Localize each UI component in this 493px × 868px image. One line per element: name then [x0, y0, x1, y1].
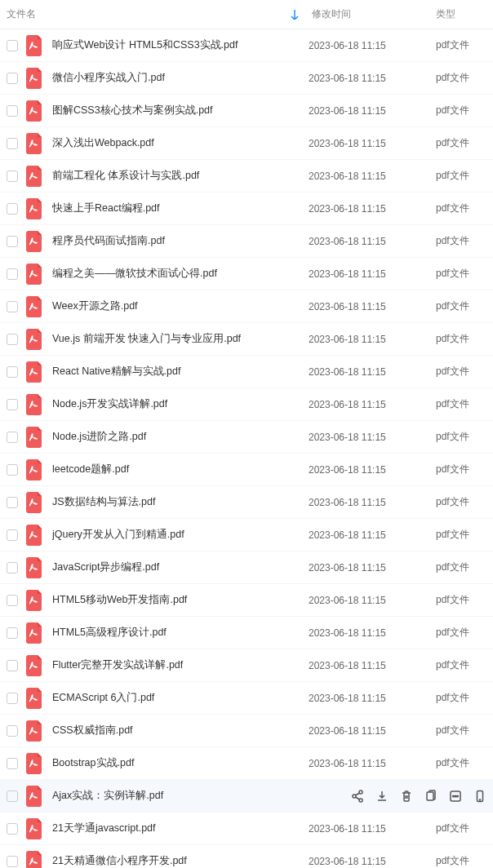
row-checkbox[interactable]	[7, 660, 18, 671]
table-row[interactable]: leetcode题解.pdf 2023-06-18 11:15pdf文件	[0, 454, 493, 486]
table-row[interactable]: 响应式Web设计 HTML5和CSS3实战.pdf 2023-06-18 11:…	[0, 29, 493, 62]
column-name-label: 文件名	[7, 7, 36, 21]
table-row[interactable]: 前端工程化 体系设计与实践.pdf 2023-06-18 11:15pdf文件	[0, 160, 493, 193]
row-checkbox[interactable]	[7, 40, 18, 51]
table-row[interactable]: Vue.js 前端开发 快速入门与专业应用.pdf 2023-06-18 11:…	[0, 323, 493, 356]
file-name[interactable]: 图解CSS3核心技术与案例实战.pdf	[52, 104, 309, 117]
phone-icon[interactable]	[473, 790, 486, 803]
row-checkbox[interactable]	[7, 529, 18, 541]
table-row[interactable]: 21天精通微信小程序开发.pdf 2023-06-18 11:15pdf文件	[0, 845, 493, 868]
file-date: 2023-06-18 11:15	[309, 301, 436, 312]
file-type: pdf文件	[436, 136, 493, 150]
file-type: pdf文件	[436, 495, 493, 509]
table-row[interactable]: JS数据结构与算法.pdf 2023-06-18 11:15pdf文件	[0, 486, 493, 519]
row-checkbox[interactable]	[7, 790, 18, 802]
row-checkbox[interactable]	[7, 268, 18, 280]
file-name[interactable]: 21天学通javascript.pdf	[52, 822, 309, 835]
column-header-date[interactable]: 修改时间	[309, 7, 436, 21]
pdf-file-icon	[26, 786, 44, 807]
row-checkbox[interactable]	[7, 73, 18, 84]
row-checkbox[interactable]	[7, 236, 18, 247]
file-date: 2023-06-18 11:15	[309, 138, 436, 149]
file-name[interactable]: Flutter完整开发实战详解.pdf	[52, 658, 309, 672]
table-row[interactable]: 快速上手React编程.pdf 2023-06-18 11:15pdf文件	[0, 193, 493, 225]
file-name[interactable]: ECMAScript 6入门.pdf	[52, 691, 309, 705]
file-name[interactable]: 响应式Web设计 HTML5和CSS3实战.pdf	[52, 38, 309, 52]
row-checkbox[interactable]	[7, 725, 18, 737]
file-name[interactable]: 前端工程化 体系设计与实践.pdf	[52, 169, 309, 183]
file-name[interactable]: HTML5高级程序设计.pdf	[52, 626, 309, 640]
table-row[interactable]: Node.js开发实战详解.pdf 2023-06-18 11:15pdf文件	[0, 388, 493, 421]
column-header-name[interactable]: 文件名	[0, 7, 309, 21]
table-row[interactable]: 程序员代码面试指南.pdf 2023-06-18 11:15pdf文件	[0, 225, 493, 258]
table-row[interactable]: jQuery开发从入门到精通.pdf 2023-06-18 11:15pdf文件	[0, 519, 493, 551]
file-type: pdf文件	[436, 169, 493, 183]
table-row[interactable]: Ajax实战：实例详解.pdf	[0, 780, 493, 813]
table-row[interactable]: JavaScript异步编程.pdf 2023-06-18 11:15pdf文件	[0, 551, 493, 584]
file-date: 2023-06-18 11:15	[309, 236, 436, 247]
row-checkbox[interactable]	[7, 138, 18, 149]
pdf-file-icon	[26, 361, 44, 383]
file-name[interactable]: JS数据结构与算法.pdf	[52, 495, 309, 509]
table-row[interactable]: HTML5高级程序设计.pdf 2023-06-18 11:15pdf文件	[0, 617, 493, 649]
row-checkbox[interactable]	[7, 399, 18, 410]
file-name[interactable]: 编程之美——微软技术面试心得.pdf	[52, 267, 309, 281]
row-checkbox[interactable]	[7, 464, 18, 476]
table-row[interactable]: 21天学通javascript.pdf 2023-06-18 11:15pdf文…	[0, 813, 493, 845]
table-row[interactable]: 深入浅出Webpack.pdf 2023-06-18 11:15pdf文件	[0, 127, 493, 160]
file-name[interactable]: Weex开源之路.pdf	[52, 299, 309, 313]
row-checkbox[interactable]	[7, 432, 18, 443]
file-type: pdf文件	[436, 822, 493, 835]
file-name[interactable]: 21天精通微信小程序开发.pdf	[52, 854, 309, 868]
file-name[interactable]: 快速上手React编程.pdf	[52, 202, 309, 215]
file-name[interactable]: Node.js开发实战详解.pdf	[52, 397, 309, 411]
file-name[interactable]: CSS权威指南.pdf	[52, 724, 309, 737]
row-checkbox[interactable]	[7, 595, 18, 606]
file-name[interactable]: JavaScript异步编程.pdf	[52, 560, 309, 574]
file-name[interactable]: Node.js进阶之路.pdf	[52, 430, 309, 444]
table-row[interactable]: Bootstrap实战.pdf 2023-06-18 11:15pdf文件	[0, 747, 493, 780]
file-name[interactable]: 程序员代码面试指南.pdf	[52, 234, 309, 248]
file-name[interactable]: Bootstrap实战.pdf	[52, 756, 309, 770]
row-checkbox[interactable]	[7, 203, 18, 215]
download-icon[interactable]	[375, 790, 389, 803]
svg-point-9	[479, 799, 480, 799]
file-name[interactable]: 微信小程序实战入门.pdf	[52, 71, 309, 85]
table-row[interactable]: 微信小程序实战入门.pdf 2023-06-18 11:15pdf文件	[0, 62, 493, 95]
table-row[interactable]: 图解CSS3核心技术与案例实战.pdf 2023-06-18 11:15pdf文…	[0, 95, 493, 127]
file-type: pdf文件	[436, 267, 493, 281]
delete-icon[interactable]	[400, 790, 413, 803]
row-checkbox[interactable]	[7, 627, 18, 639]
file-name[interactable]: jQuery开发从入门到精通.pdf	[52, 528, 309, 542]
file-name[interactable]: HTML5移动Web开发指南.pdf	[52, 593, 309, 607]
file-type: pdf文件	[436, 365, 493, 379]
row-checkbox[interactable]	[7, 823, 18, 835]
row-checkbox[interactable]	[7, 105, 18, 117]
row-checkbox[interactable]	[7, 334, 18, 345]
file-date: 2023-06-18 11:15	[309, 334, 436, 345]
copy-icon[interactable]	[424, 790, 437, 803]
table-row[interactable]: CSS权威指南.pdf 2023-06-18 11:15pdf文件	[0, 715, 493, 747]
table-row[interactable]: ECMAScript 6入门.pdf 2023-06-18 11:15pdf文件	[0, 682, 493, 715]
row-checkbox[interactable]	[7, 497, 18, 508]
file-name[interactable]: leetcode题解.pdf	[52, 463, 309, 476]
table-row[interactable]: React Native精解与实战.pdf 2023-06-18 11:15pd…	[0, 356, 493, 388]
file-name[interactable]: Vue.js 前端开发 快速入门与专业应用.pdf	[52, 332, 309, 346]
table-row[interactable]: 编程之美——微软技术面试心得.pdf 2023-06-18 11:15pdf文件	[0, 258, 493, 290]
share-icon[interactable]	[351, 790, 364, 803]
table-row[interactable]: Weex开源之路.pdf 2023-06-18 11:15pdf文件	[0, 290, 493, 323]
file-name[interactable]: 深入浅出Webpack.pdf	[52, 136, 309, 150]
table-row[interactable]: Node.js进阶之路.pdf 2023-06-18 11:15pdf文件	[0, 421, 493, 454]
row-checkbox[interactable]	[7, 562, 18, 574]
table-row[interactable]: Flutter完整开发实战详解.pdf 2023-06-18 11:15pdf文…	[0, 649, 493, 682]
row-checkbox[interactable]	[7, 856, 18, 867]
row-checkbox[interactable]	[7, 693, 18, 704]
row-checkbox[interactable]	[7, 366, 18, 378]
table-row[interactable]: HTML5移动Web开发指南.pdf 2023-06-18 11:15pdf文件	[0, 584, 493, 617]
row-checkbox[interactable]	[7, 301, 18, 312]
row-checkbox[interactable]	[7, 758, 18, 769]
more-icon[interactable]	[449, 790, 462, 803]
column-header-type[interactable]: 类型	[436, 7, 493, 21]
file-name[interactable]: React Native精解与实战.pdf	[52, 365, 309, 379]
row-checkbox[interactable]	[7, 170, 18, 182]
